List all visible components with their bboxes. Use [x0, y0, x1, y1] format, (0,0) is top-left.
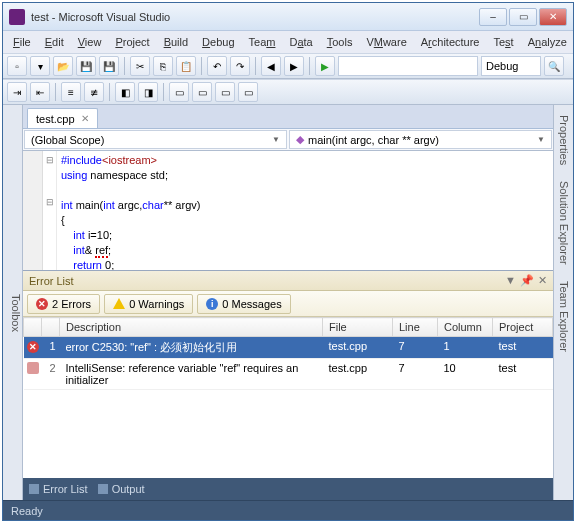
- solution-explorer-tab[interactable]: Solution Explorer: [558, 177, 570, 269]
- undo-button[interactable]: ↶: [207, 56, 227, 76]
- misc4-button[interactable]: ▭: [238, 82, 258, 102]
- saveall-button[interactable]: 💾: [99, 56, 119, 76]
- row-col: 1: [438, 337, 493, 359]
- bottom-tab-output[interactable]: Output: [98, 483, 145, 495]
- menu-build[interactable]: Build: [158, 34, 194, 50]
- nav-back-button[interactable]: ◀: [261, 56, 281, 76]
- tab-icon: [29, 484, 39, 494]
- bottom-tab-errorlist[interactable]: Error List: [29, 483, 88, 495]
- panel-close-icon[interactable]: ✕: [538, 274, 547, 287]
- filter-warnings-button[interactable]: 0 Warnings: [104, 294, 193, 314]
- properties-tab[interactable]: Properties: [558, 111, 570, 169]
- filter-errors-button[interactable]: ✕ 2 Errors: [27, 294, 100, 314]
- close-tab-icon[interactable]: ✕: [81, 113, 89, 124]
- paste-button[interactable]: 📋: [176, 56, 196, 76]
- scope-dropdown-right[interactable]: ◆ main(int argc, char ** argv) ▼: [289, 130, 552, 149]
- row-col: 10: [438, 359, 493, 390]
- error-filters: ✕ 2 Errors 0 Warnings i 0 Messages: [23, 291, 553, 317]
- misc2-button[interactable]: ▭: [192, 82, 212, 102]
- comment-button[interactable]: ≡: [61, 82, 81, 102]
- nav-fwd-button[interactable]: ▶: [284, 56, 304, 76]
- filter-warnings-label: 0 Warnings: [129, 298, 184, 310]
- scope-bar: (Global Scope) ▼ ◆ main(int argc, char *…: [23, 129, 553, 151]
- close-button[interactable]: ✕: [539, 8, 567, 26]
- menu-file[interactable]: File: [7, 34, 37, 50]
- row-line: 7: [393, 359, 438, 390]
- solution-config-dropdown[interactable]: [338, 56, 478, 76]
- outdent-button[interactable]: ⇤: [30, 82, 50, 102]
- bookmark-button[interactable]: ◧: [115, 82, 135, 102]
- misc1-button[interactable]: ▭: [169, 82, 189, 102]
- toolbar-1: ▫ ▾ 📂 💾 💾 ✂ ⎘ 📋 ↶ ↷ ◀ ▶ ▶ 🔍: [3, 53, 573, 79]
- new-button[interactable]: ▫: [7, 56, 27, 76]
- intellisense-icon: [27, 362, 39, 374]
- toolbox-tab[interactable]: Toolbox: [3, 105, 23, 500]
- row-proj: test: [493, 359, 553, 390]
- panel-pin-icon[interactable]: 📌: [520, 274, 534, 287]
- start-debug-button[interactable]: ▶: [315, 56, 335, 76]
- info-icon: i: [206, 298, 218, 310]
- titlebar[interactable]: test - Microsoft Visual Studio – ▭ ✕: [3, 3, 573, 31]
- indent-button[interactable]: ⇥: [7, 82, 27, 102]
- menu-vmware[interactable]: VMware: [360, 34, 412, 50]
- col-column[interactable]: Column: [438, 318, 493, 337]
- error-icon: ✕: [27, 341, 39, 353]
- misc3-button[interactable]: ▭: [215, 82, 235, 102]
- error-icon: ✕: [36, 298, 48, 310]
- error-list-titlebar[interactable]: Error List ▼ 📌 ✕: [23, 271, 553, 291]
- uncomment-button[interactable]: ≢: [84, 82, 104, 102]
- filter-errors-label: 2 Errors: [52, 298, 91, 310]
- bookmark2-button[interactable]: ◨: [138, 82, 158, 102]
- scope-left-label: (Global Scope): [31, 134, 104, 146]
- col-line[interactable]: Line: [393, 318, 438, 337]
- bottom-tabs: Error List Output: [23, 478, 553, 500]
- menu-project[interactable]: Project: [109, 34, 155, 50]
- open-button[interactable]: 📂: [53, 56, 73, 76]
- col-file[interactable]: File: [323, 318, 393, 337]
- table-row[interactable]: 2IntelliSense: reference variable "ref" …: [24, 359, 553, 390]
- maximize-button[interactable]: ▭: [509, 8, 537, 26]
- menu-test[interactable]: Test: [487, 34, 519, 50]
- col-project[interactable]: Project: [493, 318, 553, 337]
- table-row[interactable]: ✕1error C2530: "ref" : 必须初始化引用test.cpp71…: [24, 337, 553, 359]
- error-table[interactable]: Description File Line Column Project ✕1e…: [23, 317, 553, 478]
- filter-messages-label: 0 Messages: [222, 298, 281, 310]
- redo-button[interactable]: ↷: [230, 56, 250, 76]
- table-header-row[interactable]: Description File Line Column Project: [24, 318, 553, 337]
- cut-button[interactable]: ✂: [130, 56, 150, 76]
- col-description[interactable]: Description: [60, 318, 323, 337]
- team-explorer-tab[interactable]: Team Explorer: [558, 277, 570, 356]
- toolbar-2: ⇥ ⇤ ≡ ≢ ◧ ◨ ▭ ▭ ▭ ▭: [3, 79, 573, 105]
- menu-tools[interactable]: Tools: [321, 34, 359, 50]
- save-button[interactable]: 💾: [76, 56, 96, 76]
- menu-analyze[interactable]: Analyze: [522, 34, 573, 50]
- debug-target-dropdown[interactable]: [481, 56, 541, 76]
- doc-tab-label: test.cpp: [36, 113, 75, 125]
- scope-dropdown-left[interactable]: (Global Scope) ▼: [24, 130, 287, 149]
- menubar: File Edit View Project Build Debug Team …: [3, 31, 573, 53]
- menu-edit[interactable]: Edit: [39, 34, 70, 50]
- method-icon: ◆: [296, 133, 304, 146]
- menu-architecture[interactable]: Architecture: [415, 34, 486, 50]
- tab-icon: [98, 484, 108, 494]
- status-bar: Ready: [3, 500, 573, 520]
- minimize-button[interactable]: –: [479, 8, 507, 26]
- col-num[interactable]: [42, 318, 60, 337]
- menu-view[interactable]: View: [72, 34, 108, 50]
- find-button[interactable]: 🔍: [544, 56, 564, 76]
- filter-messages-button[interactable]: i 0 Messages: [197, 294, 290, 314]
- row-desc: IntelliSense: reference variable "ref" r…: [60, 359, 323, 390]
- menu-debug[interactable]: Debug: [196, 34, 240, 50]
- panel-menu-icon[interactable]: ▼: [505, 274, 516, 287]
- copy-button[interactable]: ⎘: [153, 56, 173, 76]
- code-content[interactable]: #include<iostream> using namespace std; …: [57, 151, 553, 270]
- menu-data[interactable]: Data: [283, 34, 318, 50]
- doc-tab-testcpp[interactable]: test.cpp ✕: [27, 108, 98, 128]
- outline-margin[interactable]: ⊟⊟: [43, 151, 57, 270]
- new-dropdown[interactable]: ▾: [30, 56, 50, 76]
- col-icon[interactable]: [24, 318, 42, 337]
- menu-team[interactable]: Team: [243, 34, 282, 50]
- code-editor[interactable]: ⊟⊟ #include<iostream> using namespace st…: [23, 151, 553, 270]
- warning-icon: [113, 298, 125, 309]
- error-list-panel: Error List ▼ 📌 ✕ ✕ 2 Errors 0 Warnings: [23, 270, 553, 500]
